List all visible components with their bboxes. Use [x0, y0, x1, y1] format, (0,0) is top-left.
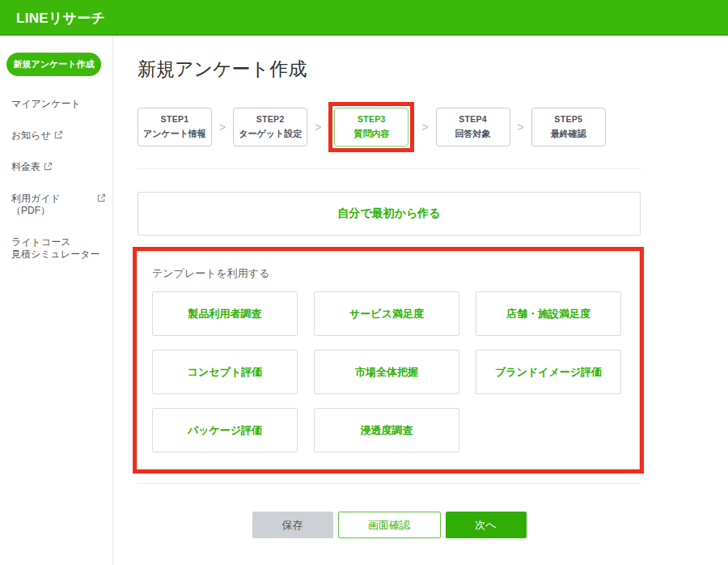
chevron-right-icon: >	[315, 121, 321, 134]
step-label: 回答対象	[455, 128, 491, 140]
chevron-right-icon: >	[518, 121, 524, 134]
template-grid: 製品利用者調査 サービス満足度 店舗・施設満足度 コンセプト評価 市場全体把握 …	[152, 291, 624, 452]
sidebar-nav: マイアンケート お知らせ 料金表 利用ガイド（PDF）	[0, 98, 112, 261]
app-header: LINEリサーチ	[0, 0, 728, 36]
sidebar-item-label: お知らせ	[11, 130, 51, 142]
content-divider	[138, 483, 641, 484]
sidebar-item-news[interactable]: お知らせ	[11, 130, 106, 142]
template-button-penetration-survey[interactable]: 浸透度調査	[314, 408, 459, 452]
template-button-product-users[interactable]: 製品利用者調査	[152, 291, 298, 336]
chevron-right-icon: >	[421, 121, 428, 134]
external-link-icon	[44, 162, 53, 171]
step-label: 最終確認	[551, 128, 586, 140]
sidebar-item-simulator[interactable]: ライトコース 見積シミュレーター	[11, 236, 106, 261]
sidebar-item-label: ライトコース 見積シミュレーター	[11, 236, 99, 261]
template-button-store-satisfaction[interactable]: 店舗・施設満足度	[476, 291, 621, 336]
step-number: STEP1	[161, 114, 189, 124]
step-number: STEP2	[256, 114, 285, 124]
step-box-4[interactable]: STEP4 回答対象	[436, 108, 510, 147]
step-box-2[interactable]: STEP2 ターゲット設定	[233, 108, 307, 147]
step-number: STEP3	[358, 114, 386, 124]
step-label: 質問内容	[353, 128, 389, 140]
sidebar-item-pricing[interactable]: 料金表	[11, 161, 106, 173]
sidebar-item-guide[interactable]: 利用ガイド（PDF）	[11, 193, 106, 217]
template-section: テンプレートを利用する 製品利用者調査 サービス満足度 店舗・施設満足度 コンセ…	[137, 251, 640, 469]
step-box-5[interactable]: STEP5 最終確認	[531, 108, 606, 147]
template-button-service-satisfaction[interactable]: サービス満足度	[314, 291, 459, 336]
annotation-step3-highlight: STEP3 質問内容	[328, 102, 414, 152]
external-link-icon	[97, 193, 106, 202]
app-logo: LINEリサーチ	[16, 9, 105, 28]
create-from-scratch-button[interactable]: 自分で最初から作る	[138, 192, 641, 236]
sidebar-item-label: 利用ガイド（PDF）	[11, 193, 94, 217]
footer-actions: 保存 画面確認 次へ	[138, 512, 641, 538]
step-indicator: STEP1 アンケート情報 > STEP2 ターゲット設定 > STEP3 質問…	[138, 102, 728, 152]
chevron-right-icon: >	[219, 121, 226, 134]
template-button-brand-image[interactable]: ブランドイメージ評価	[476, 350, 621, 394]
sidebar-item-label-line2: 見積シミュレーター	[11, 249, 99, 261]
step-box-1[interactable]: STEP1 アンケート情報	[138, 108, 212, 147]
step-label: ターゲット設定	[239, 128, 302, 140]
step-number: STEP5	[554, 114, 582, 124]
sidebar-item-label: 料金表	[11, 161, 40, 173]
external-link-icon	[54, 130, 63, 139]
sidebar-item-label-line1: ライトコース	[11, 236, 99, 249]
page-layout: 新規アンケート作成 マイアンケート お知らせ 料金表 利用ガイド（PDF）	[0, 36, 728, 565]
step-number: STEP4	[459, 114, 487, 124]
step-box-3[interactable]: STEP3 質問内容	[334, 108, 408, 147]
step-label: アンケート情報	[143, 128, 206, 140]
sidebar-item-my-surveys[interactable]: マイアンケート	[11, 98, 106, 110]
template-button-package-eval[interactable]: パッケージ評価	[152, 408, 298, 452]
template-section-heading: テンプレートを利用する	[152, 266, 624, 281]
template-button-concept-eval[interactable]: コンセプト評価	[152, 350, 298, 394]
preview-button[interactable]: 画面確認	[338, 512, 441, 538]
content-divider	[138, 168, 641, 169]
main-content: 新規アンケート作成 STEP1 アンケート情報 > STEP2 ターゲット設定 …	[113, 36, 728, 565]
sidebar: 新規アンケート作成 マイアンケート お知らせ 料金表 利用ガイド（PDF）	[0, 36, 113, 565]
annotation-template-highlight: テンプレートを利用する 製品利用者調査 サービス満足度 店舗・施設満足度 コンセ…	[133, 247, 644, 474]
sidebar-item-label: マイアンケート	[11, 98, 81, 110]
template-button-market-overview[interactable]: 市場全体把握	[314, 350, 459, 394]
next-button[interactable]: 次へ	[446, 512, 527, 538]
save-button[interactable]: 保存	[252, 512, 333, 538]
new-survey-button[interactable]: 新規アンケート作成	[6, 53, 101, 76]
page-title: 新規アンケート作成	[138, 57, 728, 81]
